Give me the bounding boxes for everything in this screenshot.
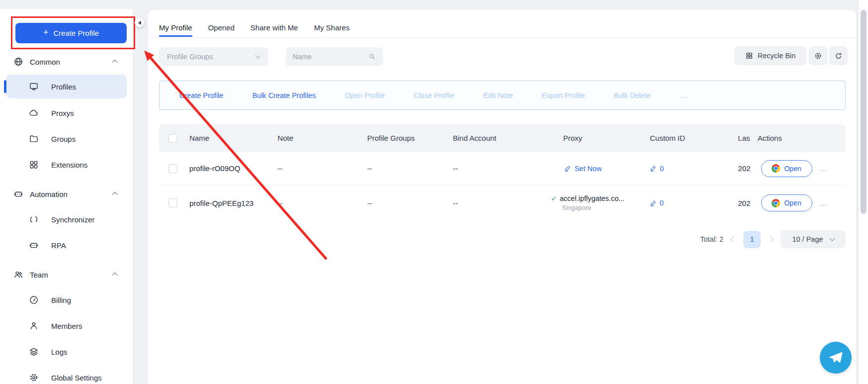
sidebar-item-logs[interactable]: Logs — [0, 340, 133, 364]
row-more-button[interactable]: ... — [820, 164, 828, 173]
sidebar-group-common[interactable]: Common — [0, 53, 133, 71]
gear-icon — [814, 52, 822, 60]
action-create-profile[interactable]: Create Profile — [179, 92, 224, 99]
table-row: profile-QpPEEg123 -- -- -- ✓ accel.ipfly… — [159, 185, 846, 220]
sidebar-item-proxys[interactable]: Proxys — [0, 101, 133, 125]
robot-icon — [29, 240, 39, 250]
tab-my-shares[interactable]: My Shares — [314, 17, 350, 37]
divider — [148, 37, 856, 38]
sidebar-item-billing[interactable]: Billing — [0, 288, 133, 312]
grid-icon — [745, 52, 753, 60]
next-page-button[interactable] — [768, 236, 773, 242]
custom-id-value: 0 — [660, 199, 664, 207]
row-more-button[interactable]: ... — [820, 199, 828, 207]
page-size-select[interactable]: 10 / Page — [781, 230, 846, 248]
open-profile-button[interactable]: Open — [761, 160, 812, 177]
col-header-last: Las — [738, 134, 755, 142]
sidebar-collapse-button[interactable] — [135, 18, 144, 27]
sidebar-item-members[interactable]: Members — [0, 314, 133, 338]
paper-plane-icon — [828, 350, 844, 366]
row-checkbox[interactable] — [168, 198, 177, 207]
profile-groups-select[interactable]: Profile Groups — [159, 47, 268, 66]
last-opened-cell: 202 — [738, 199, 755, 207]
page-number-button[interactable]: 1 — [743, 231, 761, 248]
profile-groups-cell: -- — [367, 199, 451, 207]
action-close-profile[interactable]: Close Profile — [413, 92, 454, 99]
open-profile-button[interactable]: Open — [761, 194, 812, 211]
tab-share-with-me[interactable]: Share with Me — [250, 17, 298, 37]
folder-icon — [29, 134, 39, 144]
recycle-bin-label: Recycle Bin — [758, 52, 796, 60]
col-header-bind-account: Bind Account — [450, 134, 550, 142]
gear-icon — [29, 373, 39, 383]
settings-button[interactable] — [809, 46, 827, 65]
table-header-row: Name Note Profile Groups Bind Account Pr… — [159, 124, 846, 152]
proxy-set-now-link[interactable]: Set Now — [564, 165, 648, 173]
chrome-icon — [772, 164, 780, 173]
window-scrollbar-track — [858, 0, 868, 384]
proxy-region: Singapore — [562, 204, 648, 211]
telegram-button[interactable] — [820, 342, 852, 374]
select-all-checkbox[interactable] — [168, 134, 177, 143]
refresh-button[interactable] — [829, 46, 848, 65]
profile-name: profile-QpPEEg123 — [180, 199, 276, 207]
name-search-input[interactable]: Name — [286, 47, 383, 66]
pagination-total: Total: 2 — [700, 235, 723, 243]
search-icon — [368, 53, 376, 61]
pencil-icon — [564, 165, 571, 172]
row-checkbox[interactable] — [168, 164, 177, 173]
sidebar-item-label: Logs — [51, 348, 68, 356]
sidebar-item-synchronizer[interactable]: Synchronizer — [0, 207, 133, 231]
page-size-value: 10 / Page — [792, 235, 823, 243]
monitor-icon — [29, 82, 39, 92]
custom-id-edit-link[interactable]: 0 — [650, 165, 738, 173]
sidebar-item-groups[interactable]: Groups — [0, 127, 133, 151]
sidebar-group-team[interactable]: Team — [0, 266, 133, 284]
note-cell: -- — [276, 164, 367, 173]
chevron-up-icon — [112, 273, 117, 278]
layers-icon — [29, 347, 39, 357]
collapse-arrow-icon — [138, 21, 141, 25]
sidebar: + Create Profile Common Profiles Proxys — [0, 9, 133, 384]
sidebar-item-rpa[interactable]: RPA — [0, 233, 133, 257]
sidebar-group-label: Common — [30, 58, 60, 66]
sidebar-item-label: Members — [51, 322, 82, 330]
tab-my-profile[interactable]: My Profile — [159, 17, 192, 37]
action-export-profile[interactable]: Export Profile — [542, 92, 585, 99]
prev-page-button[interactable] — [730, 236, 736, 242]
active-indicator — [4, 80, 6, 93]
action-open-profile[interactable]: Open Profile — [345, 92, 385, 99]
tab-opened[interactable]: Opened — [208, 17, 235, 37]
col-header-custom-id: Custom ID — [648, 134, 738, 142]
col-header-actions: Actions — [755, 134, 846, 142]
table-row: profile-rO09OQ -- -- -- Set Now — [159, 152, 846, 185]
sidebar-item-global-settings[interactable]: Global Settings — [0, 366, 133, 384]
grid-icon — [29, 160, 39, 170]
person-icon — [29, 321, 39, 331]
main-panel: My Profile Opened Share with Me My Share… — [148, 10, 856, 384]
scrollbar-thumb[interactable] — [861, 10, 867, 214]
action-bulk-delete[interactable]: Bulk Delete — [614, 92, 650, 99]
col-header-name: Name — [180, 134, 275, 142]
chevron-up-icon — [112, 192, 117, 197]
recycle-bin-button[interactable]: Recycle Bin — [734, 46, 806, 65]
col-header-profile-groups: Profile Groups — [367, 134, 451, 142]
action-more[interactable]: ... — [679, 92, 688, 99]
sidebar-item-extensions[interactable]: Extensions — [0, 153, 133, 177]
app-window: + Create Profile Common Profiles Proxys — [0, 0, 868, 384]
action-bulk-create-profiles[interactable]: Bulk Create Profiles — [252, 92, 316, 99]
sidebar-item-profiles[interactable]: Profiles — [6, 75, 127, 98]
chrome-icon — [772, 199, 780, 207]
sidebar-item-label: RPA — [51, 241, 66, 250]
gauge-icon — [29, 295, 39, 305]
pagination: Total: 2 1 10 / Page — [700, 230, 846, 249]
robot-icon — [13, 189, 23, 199]
custom-id-edit-link[interactable]: 0 — [650, 199, 738, 207]
sidebar-item-label: Extensions — [51, 161, 87, 169]
pencil-icon — [650, 165, 656, 172]
sidebar-group-label: Team — [30, 271, 48, 279]
action-edit-note[interactable]: Edit Note — [483, 92, 513, 99]
chevron-down-icon — [829, 235, 835, 241]
team-icon — [13, 270, 23, 280]
sidebar-group-automation[interactable]: Automation — [0, 185, 133, 203]
